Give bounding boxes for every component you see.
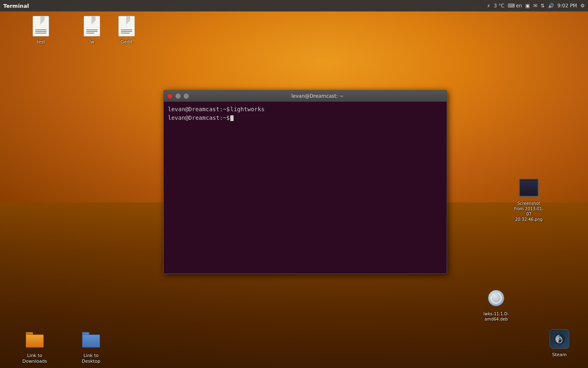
folder-desktop-icon: [82, 332, 100, 348]
keyboard-icon: ⌨: [508, 3, 514, 9]
panel-settings[interactable]: ⚙: [580, 3, 585, 9]
steam-icon-image: [550, 327, 569, 351]
file-line: [121, 29, 132, 30]
file-line: [35, 29, 47, 30]
terminal-maximize-button[interactable]: [183, 93, 189, 99]
steam-icon-label: Steam: [552, 352, 567, 358]
screenshot-inner: [520, 180, 538, 195]
file-line: [121, 31, 132, 32]
terminal-prompt-2: levan@Dreamcast:~$: [168, 114, 230, 122]
folder-downloads-icon: [26, 332, 44, 348]
test-icon-image: [31, 14, 51, 38]
steam-logo-icon: [550, 329, 569, 349]
steam-svg: [553, 333, 566, 345]
link-downloads-icon-image: [25, 328, 45, 352]
terminal-close-button[interactable]: [167, 93, 173, 99]
file-line: [86, 29, 98, 30]
screenshot-icon-label: Screenshot from 2013-01-07 20:32:46.png: [512, 201, 545, 222]
terminal-prompt-1: levan@Dreamcast:~$: [168, 105, 230, 114]
lwks-deb-label: lwks-11.1.D-amd64.deb: [480, 311, 512, 322]
file-line: [35, 33, 47, 34]
screenshot-thumbnail: [519, 179, 539, 197]
volume-icon: 🔊: [548, 3, 554, 9]
panel-right: ⚡ 3 °C ⌨ en ▣ ✉ ⇅ 🔊 9:02 PM ⚙: [487, 3, 585, 9]
settings-icon: ⚙: [580, 3, 585, 9]
lw-icon-label: lw: [89, 39, 94, 45]
test-file-icon: [33, 16, 49, 36]
lw-file-lines: [86, 29, 98, 34]
file-line: [86, 31, 98, 32]
panel-volume: 🔊: [548, 3, 554, 9]
desktop: Terminal ⚡ 3 °C ⌨ en ▣ ✉ ⇅ 🔊 9:02 PM: [0, 0, 588, 368]
gedit-file-icon: [118, 16, 135, 36]
gedit-file-lines: [121, 29, 132, 34]
terminal-cursor: [230, 115, 234, 121]
desktop-icon-lw[interactable]: lw: [76, 14, 108, 45]
link-desktop-label: Link to Desktop: [75, 353, 107, 365]
desktop-icon-gedit[interactable]: Gedit: [110, 14, 143, 45]
network-icon: ▣: [525, 3, 530, 9]
file-line: [121, 33, 130, 34]
panel-keyboard: ⌨ en: [508, 3, 522, 9]
panel-mail: ✉: [533, 3, 537, 9]
battery-icon: ⚡: [487, 3, 490, 9]
transfer-icon: ⇅: [541, 3, 545, 9]
folder-body: [26, 334, 44, 348]
mail-icon: ✉: [533, 3, 537, 9]
terminal-window[interactable]: levan@Dreamcast: ~ levan@Dreamcast:~$ li…: [163, 90, 447, 274]
desktop-icon-lwks-deb[interactable]: lwks-11.1.D-amd64.deb: [478, 286, 514, 322]
top-panel: Terminal ⚡ 3 °C ⌨ en ▣ ✉ ⇅ 🔊 9:02 PM: [0, 0, 588, 11]
panel-title: Terminal: [3, 3, 29, 9]
panel-time: 9:02 PM: [557, 3, 577, 9]
screenshot-icon-image: [519, 176, 539, 200]
desktop-icon-test[interactable]: test: [24, 14, 57, 45]
terminal-line-2: levan@Dreamcast:~$: [168, 114, 443, 122]
terminal-title: levan@Dreamcast: ~: [192, 93, 443, 99]
lwks-deb-icon-image: [486, 286, 506, 310]
terminal-command-1: lightworks: [230, 105, 265, 114]
gedit-icon-label: Gedit: [120, 39, 133, 45]
link-desktop-icon-image: [81, 328, 101, 352]
desktop-icon-steam[interactable]: Steam: [543, 327, 576, 358]
lw-file-icon: [84, 16, 100, 36]
desktop-icon-screenshot[interactable]: Screenshot from 2013-01-07 20:32:46.png: [510, 176, 547, 222]
panel-network: ▣: [525, 3, 530, 9]
terminal-content[interactable]: levan@Dreamcast:~$ lightworks levan@Drea…: [164, 102, 447, 274]
file-line: [35, 31, 47, 32]
deb-package-icon: [487, 288, 505, 308]
panel-battery: ⚡: [487, 3, 490, 9]
lw-icon-image: [82, 14, 102, 38]
panel-temperature: 3 °C: [494, 3, 504, 9]
folder-body: [82, 334, 100, 348]
terminal-titlebar: levan@Dreamcast: ~: [164, 90, 447, 102]
deb-swirl: [488, 290, 504, 306]
file-line: [86, 33, 94, 34]
test-icon-label: test: [36, 39, 45, 45]
desktop-icon-link-downloads[interactable]: Link to Downloads: [16, 328, 53, 365]
panel-left: Terminal: [3, 3, 29, 9]
panel-transfer: ⇅: [541, 3, 545, 9]
terminal-line-1: levan@Dreamcast:~$ lightworks: [168, 105, 443, 114]
link-downloads-label: Link to Downloads: [18, 353, 51, 365]
gedit-icon-image: [117, 14, 136, 38]
desktop-icon-link-desktop[interactable]: Link to Desktop: [73, 328, 109, 365]
deb-circle: [488, 290, 504, 306]
test-file-lines: [35, 29, 47, 34]
terminal-minimize-button[interactable]: [175, 93, 181, 99]
